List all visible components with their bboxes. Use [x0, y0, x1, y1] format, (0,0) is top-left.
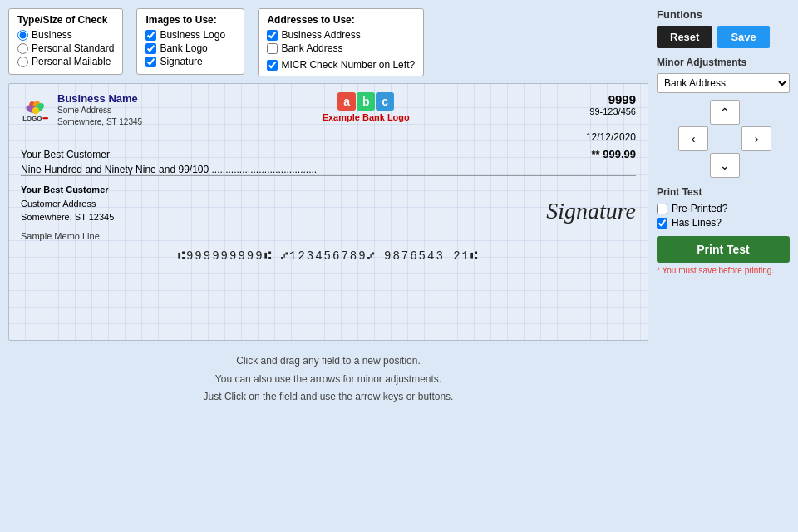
abc-logo: a b c — [337, 92, 394, 111]
print-test-box: Print Test Pre-Printed? Has Lines? Print… — [657, 186, 790, 275]
pre-printed-checkbox[interactable] — [657, 204, 667, 214]
check-amount-words: Nine Hundred and Ninety Nine and 99/100 … — [21, 164, 636, 176]
has-lines-option[interactable]: Has Lines? — [657, 217, 790, 229]
check-business-address[interactable]: Business Address — [267, 29, 415, 41]
addresses-group: Addresses to Use: Business Address Bank … — [258, 8, 424, 76]
radio-business[interactable]: Business — [17, 29, 114, 41]
check-type-title: Type/Size of Check — [17, 14, 114, 26]
arrow-up-button[interactable]: ⌃ — [710, 100, 740, 125]
reset-button[interactable]: Reset — [657, 26, 712, 48]
print-test-button[interactable]: Print Test — [657, 236, 790, 263]
business-name-block: Business Name Some Address Somewhere, ST… — [57, 92, 142, 128]
business-address-line2: Somewhere, ST 12345 — [57, 116, 142, 128]
check-signature[interactable]: Signature — [145, 56, 235, 67]
customer-addr1: Customer Address — [21, 197, 114, 211]
business-name: Business Name — [57, 92, 142, 105]
instruction-line2: You can also use the arrows for minor ad… — [8, 371, 648, 389]
signature-field: Signature — [546, 198, 636, 224]
bank-logo-area: a b c Example Bank Logo — [159, 92, 573, 122]
micr-line: ⑆999999999⑆ ⑇123456789⑇ 9876543 21⑆ — [21, 249, 636, 263]
print-note: * You must save before printing. — [657, 266, 790, 275]
business-address-line1: Some Address — [57, 105, 142, 116]
check-bank-logo[interactable]: Bank Logo — [145, 42, 235, 54]
check-amount: ** 999.99 — [592, 148, 637, 160]
minor-adj-dropdown[interactable]: Bank Address Business Address Payee Date… — [657, 73, 790, 93]
memo-line: Sample Memo Line — [21, 231, 636, 241]
print-test-title: Print Test — [657, 186, 790, 198]
abc-b: b — [357, 92, 375, 111]
check-bank-address[interactable]: Bank Address — [267, 42, 415, 54]
minor-adj-title: Minor Adjustments — [657, 57, 790, 68]
abc-a: a — [337, 92, 356, 111]
save-button[interactable]: Save — [717, 26, 769, 48]
radio-personal-standard[interactable]: Personal Standard — [17, 42, 114, 54]
has-lines-checkbox[interactable] — [657, 218, 667, 229]
check-number-area: 9999 99-123/456 — [589, 92, 636, 116]
check-payee: Your Best Customer — [21, 149, 110, 160]
bank-logo-text: Example Bank Logo — [159, 112, 573, 122]
customer-addr2: Somewhere, ST 12345 — [21, 210, 114, 224]
check-micr[interactable]: MICR Check Number on Left? — [267, 59, 415, 71]
routing-fraction: 99-123/456 — [589, 106, 636, 116]
business-logo-icon: LOGO ➡ — [21, 99, 51, 122]
abc-c: c — [376, 92, 394, 111]
check-number: 9999 — [589, 92, 636, 106]
arrow-right-button[interactable]: › — [741, 126, 771, 151]
svg-text:➡: ➡ — [42, 114, 49, 122]
check-date: 12/12/2020 — [586, 131, 636, 143]
addresses-title: Addresses to Use: — [267, 14, 415, 26]
images-group: Images to Use: Business Logo Bank Logo S… — [136, 8, 244, 75]
check-date-row: 12/12/2020 — [21, 131, 636, 143]
instruction-line1: Click and drag any field to a new positi… — [8, 352, 648, 371]
minor-adjustments-box: Minor Adjustments Bank Address Business … — [657, 57, 790, 178]
check-type-group: Type/Size of Check Business Personal Sta… — [8, 8, 123, 75]
customer-name: Your Best Customer — [21, 183, 114, 197]
svg-point-4 — [32, 106, 40, 114]
check-customer-address: Your Best Customer Customer Address Some… — [21, 183, 114, 224]
instructions: Click and drag any field to a new positi… — [8, 347, 648, 411]
arrow-down-button[interactable]: ⌄ — [710, 153, 740, 178]
functions-buttons: Reset Save — [657, 26, 790, 48]
arrow-grid: ⌃ ‹ › ⌄ — [678, 100, 768, 178]
instruction-line3: Just Click on the field and use the arro… — [8, 388, 648, 406]
check-bottom-area: Your Best Customer Customer Address Some… — [21, 183, 636, 224]
images-title: Images to Use: — [145, 14, 235, 26]
check-business-logo[interactable]: Business Logo — [145, 29, 235, 41]
radio-personal-mailable[interactable]: Personal Mailable — [17, 56, 114, 67]
check-payee-row: Your Best Customer ** 999.99 — [21, 148, 636, 160]
logo-business-area: LOGO ➡ Business Name Some Address Somewh… — [21, 92, 142, 128]
svg-text:LOGO: LOGO — [22, 115, 42, 122]
arrow-left-button[interactable]: ‹ — [678, 126, 708, 151]
pre-printed-label: Pre-Printed? — [672, 203, 727, 214]
options-row: Type/Size of Check Business Personal Sta… — [8, 8, 648, 76]
functions-title: Funtions — [657, 8, 790, 21]
pre-printed-option[interactable]: Pre-Printed? — [657, 203, 790, 214]
has-lines-label: Has Lines? — [672, 217, 722, 229]
functions-box: Funtions Reset Save — [657, 8, 790, 48]
check-preview: LOGO ➡ Business Name Some Address Somewh… — [8, 83, 648, 341]
